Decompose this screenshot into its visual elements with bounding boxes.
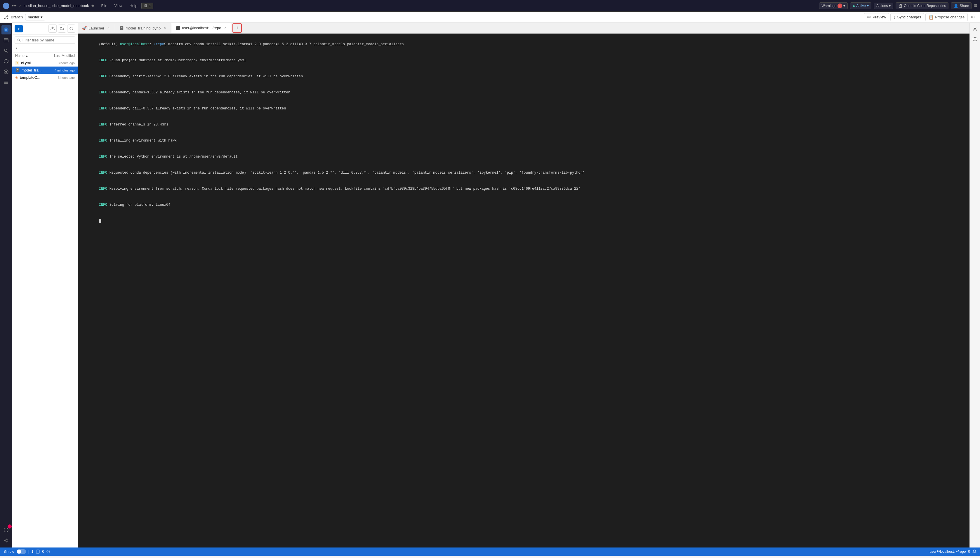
notification-badge: 4 [8,524,12,528]
propose-icon: 📋 [929,15,934,20]
sidebar-item-search[interactable] [2,46,11,56]
launcher-tab-close[interactable]: × [106,26,111,30]
sync-button[interactable]: ↕ Sync changes [890,13,924,21]
upload-button[interactable] [48,25,57,33]
terminal-line-11: INFO Solving for platform: Linux64 [82,197,965,213]
tabs-bar: 🚀 Launcher × 📓 model_training.ipynb × ⬛ … [78,23,970,34]
terminal-line-5: INFO Dependency dill=0.3.7 already exist… [82,101,965,117]
toggle-thumb [17,550,21,554]
svg-line-4 [7,51,8,53]
status-right: user@localhost: ~/repo 0 [929,550,977,554]
terminal-line-10: INFO Resolving environment from scratch,… [82,181,965,197]
preview-button[interactable]: 👁 Preview [864,13,889,21]
folder-button[interactable] [58,25,66,33]
branch-name: master [28,15,39,19]
new-plus-icon: + [18,26,20,31]
view-menu[interactable]: View [111,2,125,9]
warnings-button[interactable]: Warnings 1 [819,2,848,9]
svg-point-7 [5,71,7,73]
right-settings-icon[interactable] [971,25,979,33]
new-file-button[interactable]: + [15,25,23,33]
svg-point-12 [5,540,7,542]
star-icon[interactable]: ★ [91,3,95,8]
active-label: Active [856,4,866,8]
dots-menu[interactable]: ••• [12,3,16,8]
branch-actions: 👁 Preview ↕ Sync changes 📋 Propose chang… [864,13,977,21]
ci-file-modified: 3 hours ago [48,61,75,65]
file-item-template[interactable]: ◈ templateC... 3 hours ago [12,74,78,81]
terminal-cursor-line [82,213,965,229]
sidebar-item-run[interactable] [2,67,11,77]
icon-sidebar: 4 [0,23,12,548]
tab-terminal[interactable]: ⬛ user@localhost: ~/repo × [171,23,232,33]
propose-label: Propose changes [935,15,965,19]
main-content: 🚀 Launcher × 📓 model_training.ipynb × ⬛ … [78,23,970,548]
branch-label: Branch [11,15,23,19]
status-notebook-icon [36,550,40,554]
branch-selector[interactable]: master [25,14,45,20]
refresh-button[interactable] [67,25,75,33]
tab-model-training[interactable]: 📓 model_training.ipynb × [115,24,171,33]
model-tab-close[interactable]: × [162,26,167,30]
active-button[interactable]: ● Active [850,2,871,9]
sidebar-item-settings[interactable] [2,536,11,545]
file-search-container [15,36,75,44]
terminal-content[interactable]: (default) user@localhost:~/repo$ maestro… [78,34,970,548]
status-error-count: 0 [42,550,44,554]
sort-icon: ▲ [25,54,28,57]
propose-button[interactable]: 📋 Propose changes [926,13,968,21]
branch-more-button[interactable]: ••• [969,14,977,20]
simple-toggle[interactable] [16,549,26,554]
palantir-logo [3,3,9,9]
model-file-modified: 4 minutes ago [48,69,75,72]
sidebar-item-list[interactable] [2,78,11,87]
terminal-line-8: INFO The selected Python environment is … [82,149,965,164]
breadcrumb-sep: > [19,3,21,8]
terminal-cursor [99,219,101,223]
status-bell-icon [972,550,977,554]
svg-rect-2 [4,39,8,42]
top-bar: ••• > median_house_price_model_notebook … [0,0,980,11]
launcher-tab-icon: 🚀 [82,26,87,30]
sidebar-item-notifications[interactable]: 4 [2,525,11,535]
sync-icon: ↕ [894,15,896,20]
active-dot-icon: ● [853,3,855,8]
open-repo-button[interactable]: 🗄 Open in Code Repositories [896,2,949,9]
help-menu[interactable]: Help [127,2,140,9]
preview-icon: 👁 [867,15,871,20]
preview-label: Preview [873,15,886,19]
branch-more-icon: ••• [971,15,975,19]
file-item-model-training[interactable]: 📓 model_trai... 4 minutes ago [12,67,78,74]
svg-point-17 [974,28,976,30]
add-tab-button[interactable]: + [232,23,242,33]
launcher-tab-label: Launcher [89,26,104,30]
terminal-tab-close[interactable]: × [223,25,227,30]
branch-chevron-icon [41,15,43,19]
share-button[interactable]: 👤 Share [951,2,972,9]
sidebar-item-logo[interactable] [2,25,11,34]
hamburger-icon[interactable]: ≡ [974,3,977,9]
file-search-input[interactable] [23,38,73,42]
svg-line-21 [48,551,49,552]
share-label: Share [960,4,969,8]
file-menu[interactable]: File [98,2,110,9]
right-extensions-icon[interactable] [971,35,979,43]
sync-label: Sync changes [897,15,921,19]
svg-point-11 [4,528,8,532]
sidebar-item-extensions[interactable] [2,57,11,66]
status-notification-count: 0 [968,550,970,554]
template-file-name: templateC... [20,75,47,80]
svg-rect-13 [51,29,54,30]
sidebar-item-files[interactable] [2,36,11,45]
instance-btn[interactable]: 🖥 1 [141,3,153,9]
file-item-ci[interactable]: Y ci.yml 3 hours ago [12,59,78,67]
name-column-header[interactable]: Name ▲ [15,54,48,58]
file-search-icon [17,38,21,42]
terminal-line-6: INFO Inferred channels in 28.43ms [82,117,965,133]
tab-launcher[interactable]: 🚀 Launcher × [78,24,115,33]
terminal-tab-icon: ⬛ [176,26,180,30]
active-chevron-icon [867,4,869,8]
main-layout: 4 + / [0,23,980,548]
actions-button[interactable]: Actions [874,3,893,9]
terminal-line-2: INFO Found project manifest at /home/use… [82,53,965,68]
